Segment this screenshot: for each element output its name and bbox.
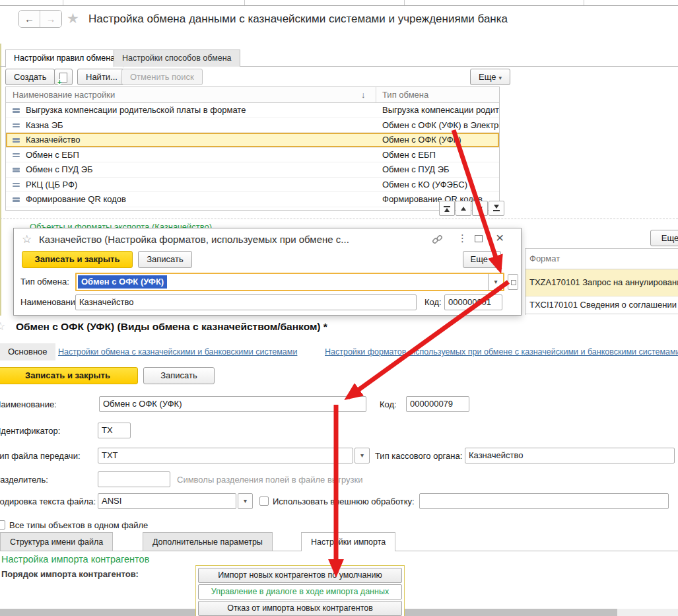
chevron-down-icon: ▾ <box>491 257 494 263</box>
sort-descending-icon: ↓ <box>361 87 366 102</box>
more-button[interactable]: Еще▾ <box>470 69 510 85</box>
name-field[interactable]: Казначейство <box>75 294 417 310</box>
option-dialog-control-selected[interactable]: Управление в диалоге в ходе импорта данн… <box>198 584 402 599</box>
cancel-search-button[interactable]: Отменить поиск <box>121 69 203 85</box>
format-column-header[interactable]: Формат <box>525 249 678 269</box>
table-row[interactable]: Выгрузка компенсации родительской платы … <box>6 103 499 118</box>
dropdown-button[interactable]: ▾ <box>355 448 370 463</box>
exchange-kind-window: ☆ Обмен с ОФК (УФК) (Виды обмена с казна… <box>0 317 678 609</box>
exchange-type-label: Тип обмена: <box>20 277 69 287</box>
import-order-options: Импорт новых контрагентов по умолчанию У… <box>195 565 405 616</box>
browser-tab-strip <box>0 0 678 6</box>
find-button[interactable]: Найти... <box>77 69 126 85</box>
catalog-item-icon <box>13 197 20 202</box>
screen: ← → ★ Настройка обмена данными с казначе… <box>0 0 678 616</box>
save-button[interactable]: Записать <box>143 367 215 384</box>
separator-field[interactable] <box>98 471 170 487</box>
nav-link-exchange-settings[interactable]: Настройки обмена с казначейскими и банко… <box>58 347 297 357</box>
tab-separator <box>404 0 405 5</box>
chevron-down-icon: ▾ <box>498 75 502 81</box>
nav-link-format-settings[interactable]: Настройки форматов, используемых при обм… <box>325 347 678 357</box>
format-row[interactable]: TXCI170101 Сведения о соглашении <box>525 296 678 314</box>
table-row[interactable]: ЭБОбмен с электронным бюджетом <box>6 207 499 211</box>
formats-table: Формат TXZA170101 Запрос на аннулировани… <box>525 248 678 315</box>
scroll-up-button[interactable] <box>456 201 471 216</box>
back-button[interactable]: ← <box>19 11 40 27</box>
separator-label: Разделитель: <box>0 475 48 485</box>
exchange-type-field[interactable]: Обмен с ОФК (УФК) ▾ <box>75 273 504 291</box>
column-divider[interactable] <box>376 87 376 102</box>
tab-separator <box>63 0 63 5</box>
history-nav-group: ← → <box>18 10 62 28</box>
link-icon[interactable] <box>432 234 443 247</box>
forward-button[interactable]: → <box>40 11 61 27</box>
external-processing-field[interactable] <box>419 493 669 509</box>
format-row-selected[interactable]: TXZA170101 Запрос на аннулирование заяво… <box>525 269 678 296</box>
create-button[interactable]: Создать <box>5 69 55 85</box>
cash-organ-field[interactable]: Казначейство <box>465 448 675 463</box>
option-refuse-import[interactable]: Отказ от импорта новых контрагентов <box>198 601 402 616</box>
nav-main-chip[interactable]: Основное <box>0 343 55 360</box>
dropdown-button[interactable]: ▾ <box>238 493 253 509</box>
copy-button[interactable] <box>54 69 73 85</box>
section-divider <box>0 219 678 219</box>
settings-table: Наименование настройки ↓ Тип обмена Выгр… <box>5 86 500 211</box>
dropdown-button[interactable]: ▾ <box>488 274 503 290</box>
tab-import-settings[interactable]: Настройки импорта <box>301 532 395 551</box>
exchange-type-value: Обмен с ОФК (УФК) <box>78 275 167 289</box>
save-and-close-button[interactable]: Записать и закрыть <box>22 251 133 268</box>
name-label: Наименование: <box>20 297 83 307</box>
close-icon[interactable]: × <box>496 230 504 246</box>
all-objects-label: Все типы объектов в одном файле <box>9 520 148 530</box>
identifier-field[interactable]: TX <box>98 423 131 438</box>
external-processing-checkbox[interactable] <box>259 496 269 506</box>
favorite-star-outline-icon[interactable]: ☆ <box>22 232 32 246</box>
favorite-star-outline-icon[interactable]: ☆ <box>0 320 5 333</box>
code-field[interactable]: 000000079 <box>406 396 469 412</box>
scroll-down-button[interactable] <box>472 201 488 216</box>
table-header: Наименование настройки ↓ Тип обмена <box>6 87 499 103</box>
option-import-default[interactable]: Импорт новых контрагентов по умолчанию <box>198 568 402 583</box>
file-type-field[interactable]: TXT <box>98 448 353 463</box>
tab-exchange-rules[interactable]: Настройки правил обмена <box>5 50 123 67</box>
encoding-field[interactable]: ANSI <box>98 493 236 509</box>
formats-more-button[interactable]: Еще <box>650 230 678 246</box>
table-row-selected[interactable]: КазначействоОбмен с ОФК (УФК) <box>6 133 499 148</box>
name-label: Наименование: <box>0 399 57 409</box>
dialog-more-button[interactable]: Еще▾ <box>463 251 501 268</box>
file-type-label: Тип файла передачи: <box>0 451 81 461</box>
more-label: Еще <box>471 254 488 264</box>
table-row[interactable]: РКЦ (ЦБ РФ)Обмен с КО (УФЭБС) <box>6 178 499 193</box>
table-row[interactable]: Обмен с ПУД ЭБОбмен с ПУД ЭБ <box>6 162 499 178</box>
catalog-item-icon <box>13 168 20 172</box>
catalog-item-icon <box>13 108 20 113</box>
formats-panel: Еще Формат TXZA170101 Запрос на аннулиро… <box>524 224 678 316</box>
code-field[interactable]: 000000001 <box>444 294 502 310</box>
tab-exchange-methods[interactable]: Настройки способов обмена <box>114 50 240 67</box>
window-title: Обмен с ОФК (УФК) (Виды обмена с казначе… <box>16 321 327 333</box>
more-label: Еще <box>479 72 496 82</box>
dock-window-icon[interactable] <box>475 235 483 242</box>
copy-document-icon <box>59 73 67 83</box>
table-row[interactable]: Формирование QR кодовФормирование QR код… <box>6 192 499 207</box>
name-field[interactable]: Обмен с ОФК (УФК) <box>99 396 366 412</box>
column-type-header[interactable]: Тип обмена <box>382 87 428 102</box>
table-row[interactable]: Казна ЭБОбмен с ОФК (УФК) в Электронном … <box>6 118 499 133</box>
save-and-close-button[interactable]: Записать и закрыть <box>0 367 138 384</box>
treasury-format-dialog: ☆ Казначейство (Настройка форматов, испо… <box>13 228 522 316</box>
save-button[interactable]: Записать <box>138 251 192 268</box>
column-name-header[interactable]: Наименование настройки <box>13 87 115 102</box>
all-objects-checkbox[interactable] <box>0 520 5 530</box>
menu-dots-icon[interactable]: ⋮ <box>458 232 467 244</box>
list-scroll-buttons <box>439 201 504 216</box>
scroll-to-bottom-button[interactable] <box>489 201 504 216</box>
tab-additional-params[interactable]: Дополнительные параметры <box>143 532 273 551</box>
favorite-star-icon[interactable]: ★ <box>67 11 79 26</box>
identifier-label: Идентификатор: <box>0 426 60 436</box>
choose-button[interactable] <box>508 274 518 290</box>
window-left-edge <box>0 44 1 316</box>
table-row[interactable]: Обмен с ЕБПОбмен с ЕБП <box>6 148 499 163</box>
scroll-to-top-button[interactable] <box>439 201 455 216</box>
tab-file-name-structure[interactable]: Структура имени файла <box>0 532 113 551</box>
catalog-item-icon <box>13 138 20 143</box>
